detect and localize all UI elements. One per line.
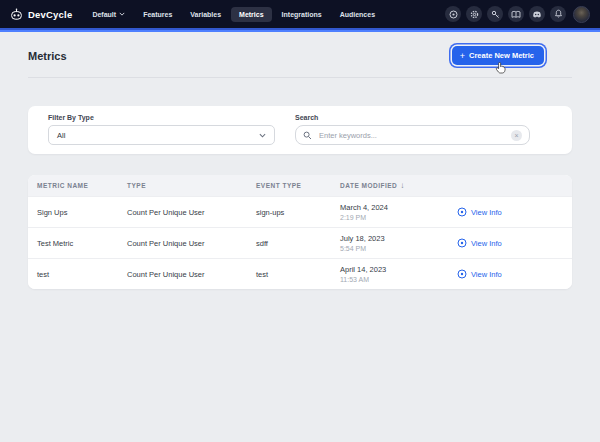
main-nav: Default Features Variables Metrics Integ… — [84, 7, 383, 22]
devcycle-robot-icon — [10, 8, 23, 21]
search-input[interactable] — [317, 130, 506, 141]
navbar-actions — [445, 6, 590, 23]
type-cell: Count Per Unique User — [127, 270, 256, 279]
event-type-cell: test — [256, 270, 340, 279]
table-row: Sign Ups Count Per Unique User sign-ups … — [28, 196, 572, 227]
project-selector-label: Default — [92, 11, 116, 18]
view-info-button[interactable]: View Info — [457, 238, 572, 248]
top-navbar: DevCycle Default Features Variables Metr… — [0, 0, 600, 28]
event-type-cell: sign-ups — [256, 208, 340, 217]
discord-icon[interactable] — [529, 6, 545, 22]
date-text: March 4, 2024 — [340, 203, 457, 212]
view-info-button[interactable]: View Info — [457, 269, 572, 279]
view-info-label: View Info — [471, 239, 502, 248]
search-label: Search — [295, 114, 530, 121]
eye-icon — [457, 269, 467, 279]
bell-icon[interactable] — [550, 6, 566, 22]
filter-by-type-field: Filter By Type All — [48, 114, 275, 145]
page-title: Metrics — [28, 50, 67, 62]
chevron-down-icon — [259, 133, 266, 138]
brand-name: DevCycle — [28, 9, 72, 20]
page-header: Metrics + Create New Metric — [28, 32, 572, 77]
nav-item-features[interactable]: Features — [135, 7, 180, 22]
column-header-date-modified[interactable]: DATE MODIFIED ↓ — [340, 181, 457, 190]
view-info-button[interactable]: View Info — [457, 207, 572, 217]
view-info-label: View Info — [471, 270, 502, 279]
date-text: April 14, 2023 — [340, 265, 457, 274]
clear-search-icon[interactable]: × — [511, 130, 522, 141]
target-icon[interactable] — [445, 6, 461, 22]
event-type-cell: sdff — [256, 239, 340, 248]
metric-name-cell: Sign Ups — [37, 208, 127, 217]
metric-name-cell: test — [37, 270, 127, 279]
table-row: Test Metric Count Per Unique User sdff J… — [28, 227, 572, 258]
column-header-metric-name: METRIC NAME — [37, 182, 127, 189]
date-modified-cell: July 18, 2023 5:54 PM — [340, 234, 457, 252]
project-selector[interactable]: Default — [84, 7, 133, 22]
search-field: Search × — [295, 114, 530, 145]
nav-item-variables[interactable]: Variables — [182, 7, 229, 22]
type-cell: Count Per Unique User — [127, 208, 256, 217]
filter-card: Filter By Type All Search × — [28, 106, 572, 154]
time-text: 5:54 PM — [340, 245, 457, 252]
user-avatar[interactable] — [573, 6, 590, 23]
type-cell: Count Per Unique User — [127, 239, 256, 248]
key-icon[interactable] — [487, 6, 503, 22]
main-content: Metrics + Create New Metric Filter By Ty… — [0, 32, 600, 289]
brand-logo[interactable]: DevCycle — [10, 8, 72, 21]
time-text: 2:19 PM — [340, 214, 457, 221]
chevron-down-icon — [119, 12, 125, 16]
filter-by-type-label: Filter By Type — [48, 114, 275, 121]
header-divider — [28, 77, 572, 78]
table-row: test Count Per Unique User test April 14… — [28, 258, 572, 289]
date-modified-label: DATE MODIFIED — [340, 182, 397, 189]
eye-icon — [457, 207, 467, 217]
search-box: × — [295, 125, 530, 145]
date-modified-cell: March 4, 2024 2:19 PM — [340, 203, 457, 221]
type-select[interactable]: All — [48, 125, 275, 145]
book-icon[interactable] — [508, 6, 524, 22]
search-icon — [303, 131, 312, 140]
metrics-table: METRIC NAME TYPE EVENT TYPE DATE MODIFIE… — [28, 175, 572, 289]
column-header-event-type: EVENT TYPE — [256, 182, 340, 189]
table-header-row: METRIC NAME TYPE EVENT TYPE DATE MODIFIE… — [28, 175, 572, 196]
nav-item-metrics[interactable]: Metrics — [231, 7, 272, 22]
metric-name-cell: Test Metric — [37, 239, 127, 248]
date-modified-cell: April 14, 2023 11:53 AM — [340, 265, 457, 283]
time-text: 11:53 AM — [340, 276, 457, 283]
view-info-label: View Info — [471, 208, 502, 217]
create-new-metric-button[interactable]: + Create New Metric — [452, 46, 544, 65]
eye-icon — [457, 238, 467, 248]
type-select-value: All — [57, 131, 65, 140]
create-new-metric-label: Create New Metric — [469, 51, 534, 60]
column-header-type: TYPE — [127, 182, 256, 189]
gear-icon[interactable] — [466, 6, 482, 22]
nav-item-audiences[interactable]: Audiences — [332, 7, 383, 22]
date-text: July 18, 2023 — [340, 234, 457, 243]
sort-descending-icon: ↓ — [400, 181, 405, 190]
plus-icon: + — [460, 53, 465, 59]
nav-item-integrations[interactable]: Integrations — [274, 7, 330, 22]
